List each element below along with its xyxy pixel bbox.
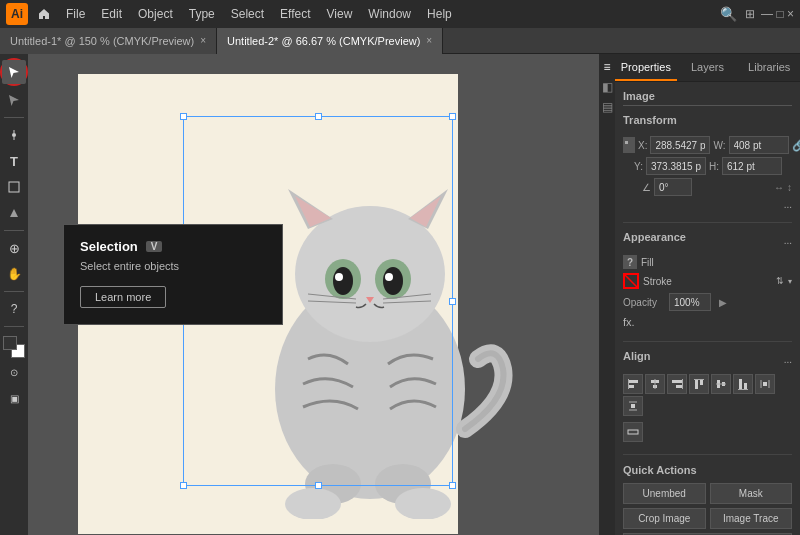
- tab-close-1[interactable]: ×: [200, 35, 206, 46]
- fill-stroke-indicator[interactable]: [3, 336, 25, 358]
- home-icon[interactable]: [34, 4, 54, 24]
- align-more-dots[interactable]: ...: [784, 354, 792, 365]
- align-to-selector[interactable]: [623, 422, 643, 442]
- action-buttons-row2: Crop Image Image Trace: [623, 508, 792, 529]
- properties-panel-icon[interactable]: ≡: [603, 60, 610, 74]
- arrange-windows-icon[interactable]: ⊞: [745, 7, 755, 21]
- tooltip-description: Select entire objects: [80, 260, 266, 272]
- svg-line-30: [623, 273, 639, 289]
- tab-close-2[interactable]: ×: [426, 35, 432, 46]
- selection-tool-wrapper[interactable]: [0, 58, 28, 86]
- crop-image-button[interactable]: Crop Image: [623, 508, 706, 529]
- tab-layers[interactable]: Layers: [677, 54, 739, 81]
- tool-divider-1: [4, 117, 24, 118]
- align-label: Align: [623, 350, 651, 362]
- flip-h-icon[interactable]: ↔: [774, 182, 784, 193]
- align-bottom-btn[interactable]: [733, 374, 753, 394]
- selection-tool[interactable]: [2, 60, 26, 84]
- tooltip-popup: Selection V Select entire objects Learn …: [63, 224, 283, 325]
- menu-view[interactable]: View: [319, 5, 361, 23]
- fx-label: fx.: [623, 316, 635, 328]
- svg-rect-55: [628, 430, 638, 434]
- ai-logo[interactable]: Ai: [6, 3, 28, 25]
- svg-rect-38: [676, 385, 682, 388]
- svg-rect-26: [630, 141, 633, 144]
- svg-rect-42: [694, 379, 704, 380]
- transform-section: Transform X: W: 🔗 Y:: [623, 114, 792, 210]
- tab-libraries[interactable]: Libraries: [738, 54, 800, 81]
- opacity-input[interactable]: [669, 293, 711, 311]
- transform-ref-point[interactable]: [623, 137, 635, 153]
- paint-bucket-tool[interactable]: [2, 201, 26, 225]
- screen-mode-toggle[interactable]: ▣: [2, 386, 26, 410]
- menu-select[interactable]: Select: [223, 5, 272, 23]
- tab-properties[interactable]: Properties: [615, 54, 677, 81]
- align-center-v-btn[interactable]: [711, 374, 731, 394]
- tooltip-key: V: [146, 241, 163, 252]
- appearance-more-dots[interactable]: ...: [784, 235, 792, 246]
- menu-file[interactable]: File: [58, 5, 93, 23]
- lock-wh-icon[interactable]: 🔗: [792, 138, 801, 152]
- menu-effect[interactable]: Effect: [272, 5, 318, 23]
- window-controls[interactable]: — □ ×: [761, 7, 794, 21]
- dist-v-btn[interactable]: [623, 396, 643, 416]
- x-input[interactable]: [650, 136, 710, 154]
- h-label: H:: [709, 161, 719, 172]
- align-right-btn[interactable]: [667, 374, 687, 394]
- hand-tool[interactable]: ✋: [2, 262, 26, 286]
- panel-content: Image Transform X: W: 🔗: [615, 82, 800, 535]
- canvas-area[interactable]: Selection V Select entire objects Learn …: [28, 54, 599, 535]
- appearance-section: Appearance ... ? Fill Stroke ⇅: [623, 231, 792, 329]
- svg-rect-33: [628, 379, 629, 389]
- type-tool[interactable]: T: [2, 149, 26, 173]
- image-trace-button[interactable]: Image Trace: [710, 508, 793, 529]
- svg-rect-46: [739, 379, 742, 389]
- menu-window[interactable]: Window: [360, 5, 419, 23]
- svg-rect-25: [625, 141, 628, 144]
- align-buttons: [623, 374, 792, 416]
- question-tool[interactable]: ?: [2, 297, 26, 321]
- tab-untitled1[interactable]: Untitled-1* @ 150 % (CMYK/Preview) ×: [0, 28, 217, 54]
- stroke-dropdown[interactable]: ▾: [788, 277, 792, 286]
- menu-help[interactable]: Help: [419, 5, 460, 23]
- learn-more-button[interactable]: Learn more: [80, 286, 166, 308]
- libraries-panel-icon[interactable]: ▤: [602, 100, 613, 114]
- svg-rect-47: [744, 383, 747, 389]
- y-input[interactable]: [646, 157, 706, 175]
- y-label: Y:: [634, 161, 643, 172]
- align-top-btn[interactable]: [689, 374, 709, 394]
- stroke-arrows[interactable]: ⇅: [776, 276, 784, 286]
- transform-more-dots[interactable]: ...: [623, 199, 792, 210]
- rotation-symbol: ∠: [642, 182, 651, 193]
- search-icon[interactable]: 🔍: [720, 6, 737, 22]
- dist-h-btn[interactable]: [755, 374, 775, 394]
- align-center-h-btn[interactable]: [645, 374, 665, 394]
- opacity-arrow[interactable]: ▶: [719, 297, 727, 308]
- layers-panel-icon[interactable]: ◧: [602, 80, 613, 94]
- svg-rect-28: [630, 146, 633, 149]
- unembed-button[interactable]: Unembed: [623, 483, 706, 504]
- stroke-icon[interactable]: [623, 273, 639, 289]
- menu-type[interactable]: Type: [181, 5, 223, 23]
- menu-object[interactable]: Object: [130, 5, 181, 23]
- menu-edit[interactable]: Edit: [93, 5, 130, 23]
- svg-rect-31: [628, 380, 638, 383]
- divider-3: [623, 454, 792, 455]
- mask-button[interactable]: Mask: [710, 483, 793, 504]
- opacity-row: Opacity ▶: [623, 293, 792, 311]
- rotation-input[interactable]: [654, 178, 692, 196]
- image-section-label: Image: [623, 90, 792, 106]
- divider-1: [623, 222, 792, 223]
- w-input[interactable]: [729, 136, 789, 154]
- h-input[interactable]: [722, 157, 782, 175]
- tool-divider-3: [4, 291, 24, 292]
- stroke-label: Stroke: [643, 276, 772, 287]
- drawing-mode-toggle[interactable]: ⊙: [2, 360, 26, 384]
- pen-tool[interactable]: [2, 123, 26, 147]
- zoom-tool[interactable]: ⊕: [2, 236, 26, 260]
- flip-v-icon[interactable]: ↕: [787, 182, 792, 193]
- tab-untitled2[interactable]: Untitled-2* @ 66.67 % (CMYK/Preview) ×: [217, 28, 443, 54]
- align-left-btn[interactable]: [623, 374, 643, 394]
- direct-selection-tool[interactable]: [2, 88, 26, 112]
- shape-tool[interactable]: [2, 175, 26, 199]
